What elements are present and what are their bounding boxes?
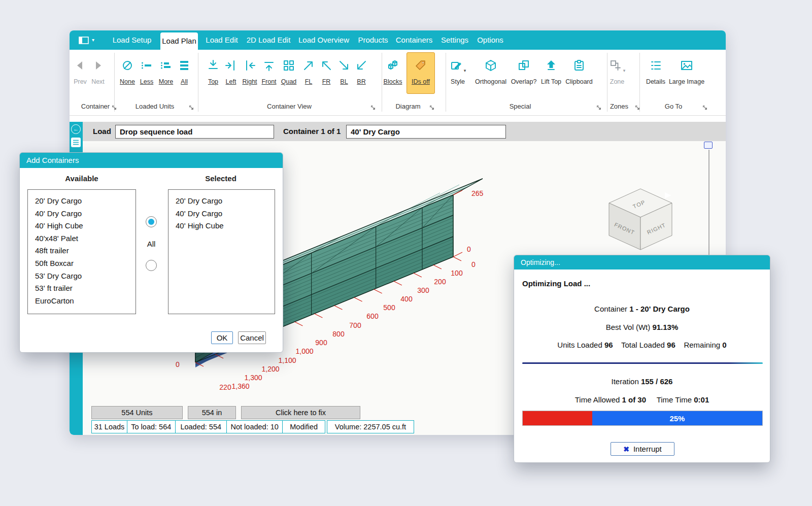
units-less-button[interactable]: Less	[137, 55, 157, 93]
list-item[interactable]: 50ft Boxcar	[35, 257, 136, 270]
dialog-launcher-zones[interactable]	[634, 104, 641, 111]
menu-settings[interactable]: Settings	[441, 30, 468, 50]
clipboard-button[interactable]: Clipboard	[563, 55, 595, 93]
units-all-button[interactable]: All	[175, 55, 193, 93]
load-name-input[interactable]	[115, 125, 274, 139]
ok-button[interactable]: OK	[211, 331, 233, 344]
axis-label: 700	[349, 321, 361, 329]
list-item[interactable]: 40' High Cube	[176, 220, 275, 232]
dialog-launcher-special[interactable]	[596, 104, 603, 111]
menu-load-edit[interactable]: Load Edit	[206, 30, 238, 50]
view-top-button[interactable]: Top	[204, 55, 223, 93]
collapse-panel-button[interactable]: ←	[71, 124, 81, 134]
menu-2d-load-edit[interactable]: 2D Load Edit	[247, 30, 291, 50]
list-item[interactable]: 20' Dry Cargo	[176, 195, 275, 208]
dialog-launcher-diagram[interactable]	[429, 104, 436, 111]
ids-off-button[interactable]: IDs off	[407, 52, 435, 94]
large-image-button[interactable]: Large Image	[666, 55, 707, 93]
selected-listbox[interactable]: 20' Dry Cargo 40' Dry Cargo 40' High Cub…	[168, 189, 275, 314]
dialog-launcher-container-view[interactable]	[370, 104, 377, 111]
dialog-title-bar[interactable]: Add Containers	[20, 153, 283, 168]
units-more-button[interactable]: More	[156, 55, 176, 93]
status-loads: 31 Loads	[92, 421, 127, 433]
menu-containers[interactable]: Containers	[396, 30, 433, 50]
lift-top-icon	[545, 55, 558, 76]
optimizing-heading: Optimizing Load ...	[522, 279, 590, 288]
orientation-cube[interactable]: TOP FRONT RIGHT	[609, 189, 672, 250]
load-bar: Load Container 1 of 1	[83, 122, 726, 141]
list-item[interactable]: 53' Dry Cargo	[35, 270, 136, 283]
progress-blue-segment: 25%	[592, 411, 762, 425]
view-fl-button[interactable]: FL	[300, 55, 317, 93]
more-icon	[159, 55, 173, 76]
list-item[interactable]: 40' Dry Cargo	[176, 208, 275, 220]
zoom-slider-handle[interactable]	[704, 142, 713, 149]
list-item[interactable]: EuroCarton	[35, 295, 136, 308]
axis-label: 500	[383, 303, 395, 312]
list-item[interactable]: 40'x48' Palet	[35, 232, 136, 245]
menu-load-setup[interactable]: Load Setup	[113, 30, 152, 50]
view-fr-button[interactable]: FR	[318, 55, 334, 93]
ribbon: Prev Next None Less	[70, 50, 726, 116]
overlap-button[interactable]: Overlap?	[508, 55, 539, 93]
lift-top-button[interactable]: Lift Top	[537, 55, 565, 93]
view-right-button[interactable]: Right	[240, 55, 260, 93]
view-bl-icon	[337, 55, 351, 76]
origin-label: 0	[176, 360, 180, 368]
view-front-button[interactable]: Front	[259, 55, 279, 93]
menu-load-overview[interactable]: Load Overview	[298, 30, 349, 50]
group-label-loaded-units: Loaded Units	[136, 103, 175, 110]
view-br-button[interactable]: BR	[353, 55, 369, 93]
view-fr-icon	[320, 55, 333, 76]
clipboard-icon	[572, 55, 586, 76]
dialog-launcher-loaded-units[interactable]	[188, 104, 195, 111]
load-label: Load	[93, 122, 111, 141]
zone-icon: ▾	[609, 55, 626, 76]
list-item[interactable]: 40' High Cube	[35, 220, 136, 232]
details-button[interactable]: Details	[643, 55, 668, 93]
list-item[interactable]: 48ft trailer	[35, 245, 136, 257]
list-item[interactable]: 40' Dry Cargo	[35, 208, 136, 220]
style-button[interactable]: ▾ Style	[446, 55, 469, 93]
status-modified: Modified	[283, 421, 325, 433]
next-button[interactable]: Next	[89, 55, 107, 93]
interrupt-button[interactable]: ✖ Interrupt	[611, 442, 674, 456]
menu-products[interactable]: Products	[358, 30, 388, 50]
container-type-input[interactable]	[346, 125, 506, 139]
height-axis-min: 0	[467, 245, 471, 253]
iteration-row: Iteration 155 / 626	[514, 377, 770, 386]
details-list-icon	[649, 55, 662, 76]
orthogonal-button[interactable]: Orthogonal	[473, 55, 509, 93]
menu-options[interactable]: Options	[477, 30, 503, 50]
menu-load-plan-active[interactable]: Load Plan	[160, 32, 198, 50]
radio-dot	[148, 219, 154, 225]
zone-button[interactable]: ▾ Zone	[605, 55, 629, 93]
radio-all-unselected[interactable]	[146, 260, 157, 271]
dialog-launcher-goto[interactable]	[702, 104, 709, 111]
menu-bar: ▾ Load Setup Load Plan Load Edit 2D Load…	[70, 30, 726, 50]
optimizing-dialog: Optimizing... Optimizing Load ... Contai…	[514, 255, 770, 463]
view-left-icon	[224, 55, 238, 76]
view-bl-button[interactable]: BL	[336, 55, 352, 93]
app-menu-button[interactable]: ▾	[79, 36, 101, 44]
list-item[interactable]: 20' Dry Cargo	[35, 195, 136, 208]
axis-label: 200	[434, 278, 446, 286]
available-listbox[interactable]: 20' Dry Cargo 40' Dry Cargo 40' High Cub…	[27, 189, 136, 314]
list-item[interactable]: 53' ft trailer	[35, 282, 136, 295]
units-none-button[interactable]: None	[117, 55, 138, 93]
view-quad-button[interactable]: Quad	[279, 55, 299, 93]
dialog-title-bar[interactable]: Optimizing...	[514, 255, 770, 269]
click-here-to-fix[interactable]: Click here to fix	[241, 406, 360, 419]
all-label: All	[147, 240, 156, 248]
container-row: Container 1 - 20' Dry Cargo	[514, 305, 770, 313]
cancel-button[interactable]: Cancel	[238, 331, 266, 344]
dialog-launcher-container[interactable]	[111, 104, 118, 111]
status-units: 554 Units	[91, 406, 183, 419]
back-arrow-icon: ←	[73, 126, 79, 132]
blocks-button[interactable]: Blocks	[381, 55, 405, 93]
radio-all-selected[interactable]	[146, 216, 157, 227]
view-left-button[interactable]: Left	[222, 55, 240, 93]
prev-button[interactable]: Prev	[72, 55, 89, 93]
panel-list-button[interactable]	[71, 138, 81, 147]
group-label-diagram: Diagram	[395, 103, 420, 110]
